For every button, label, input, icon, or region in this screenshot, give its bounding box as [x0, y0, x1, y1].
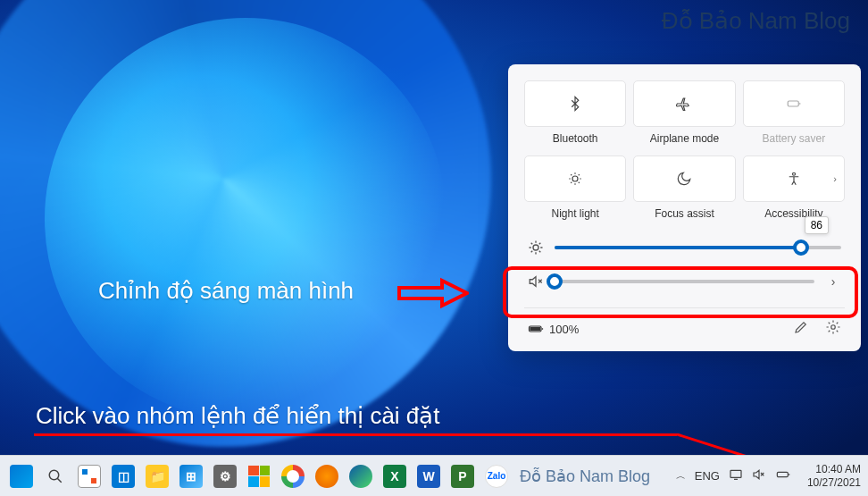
- taskbar-apps: ◫ 📁 ⊞ ⚙ X W P Zalo: [7, 462, 511, 491]
- annotation-underline: [34, 433, 677, 436]
- battery-percent: 100%: [549, 323, 579, 336]
- edit-button[interactable]: [793, 319, 809, 339]
- excel-button[interactable]: X: [380, 462, 409, 491]
- taskbar-clock[interactable]: 10:40 AM 10/27/2021: [807, 463, 861, 489]
- accessibility-label: Accessibility: [743, 207, 845, 220]
- word-icon: W: [417, 465, 440, 488]
- battery-status[interactable]: 100%: [528, 314, 579, 337]
- battery-saver-label: Battery saver: [743, 132, 845, 145]
- svg-point-4: [533, 245, 538, 250]
- explorer-button[interactable]: 📁: [143, 462, 171, 491]
- battery-saver-icon: [786, 96, 802, 112]
- clock-time: 10:40 AM: [807, 463, 861, 475]
- task-view-button[interactable]: [75, 462, 104, 491]
- svg-rect-9: [730, 470, 741, 477]
- night-light-label: Night light: [524, 207, 626, 220]
- language-indicator[interactable]: ENG: [695, 469, 720, 483]
- tray-battery-icon[interactable]: [775, 467, 791, 484]
- svg-point-8: [49, 470, 59, 480]
- edge-icon: [349, 465, 372, 488]
- store-icon: ⊞: [179, 465, 203, 488]
- firefox-icon: [315, 465, 338, 488]
- arrow-annotation: [397, 277, 469, 309]
- annotation-click-group: Click vào nhóm lệnh để hiển thị cài đặt: [36, 402, 440, 430]
- battery-icon: [528, 321, 544, 337]
- pencil-icon: [793, 319, 809, 335]
- widgets-icon: ◫: [112, 465, 135, 488]
- search-icon: [47, 468, 63, 484]
- focus-assist-icon: [676, 171, 692, 187]
- airplane-icon: [676, 96, 692, 112]
- brightness-icon: [528, 240, 544, 256]
- bluetooth-tile[interactable]: [524, 80, 626, 127]
- svg-point-2: [572, 176, 578, 181]
- airplane-label: Airplane mode: [633, 132, 735, 145]
- gear-app-icon: ⚙: [213, 465, 237, 488]
- svg-rect-6: [530, 328, 540, 331]
- accessibility-tile[interactable]: ›: [743, 156, 845, 202]
- zalo-button[interactable]: Zalo: [482, 462, 511, 491]
- folder-icon: 📁: [146, 465, 169, 488]
- chrome-button[interactable]: [279, 462, 307, 491]
- volume-mute-icon: [528, 273, 544, 290]
- focus-assist-tile[interactable]: [633, 156, 735, 202]
- svg-rect-10: [777, 472, 788, 476]
- gear-icon: [825, 319, 841, 335]
- office-button[interactable]: [245, 462, 273, 491]
- tray-display-icon[interactable]: [729, 467, 743, 484]
- bluetooth-icon: [567, 96, 583, 112]
- tray-volume-icon[interactable]: [752, 467, 766, 484]
- accessibility-icon: [786, 171, 802, 187]
- chevron-right-icon: ›: [833, 173, 837, 184]
- watermark-text: Đỗ Bảo Nam Blog: [662, 7, 850, 35]
- focus-assist-label: Focus assist: [633, 207, 735, 220]
- zalo-icon: Zalo: [485, 465, 508, 488]
- settings-app-button[interactable]: ⚙: [211, 462, 239, 491]
- brightness-slider[interactable]: [555, 246, 841, 249]
- volume-slider-row: ›: [524, 265, 845, 298]
- windows-icon: [10, 465, 33, 488]
- night-light-icon: [567, 171, 583, 187]
- svg-rect-1: [788, 101, 798, 106]
- night-light-tile[interactable]: [524, 156, 626, 202]
- annotation-brightness: Chỉnh độ sáng màn hình: [98, 277, 354, 305]
- volume-expand-icon[interactable]: ›: [825, 274, 841, 289]
- start-button[interactable]: [7, 462, 36, 491]
- volume-slider[interactable]: [555, 280, 814, 283]
- firefox-button[interactable]: [313, 462, 341, 491]
- brightness-slider-thumb[interactable]: [793, 240, 809, 256]
- brightness-slider-row: [524, 231, 845, 265]
- project-button[interactable]: P: [448, 462, 477, 491]
- store-button[interactable]: ⊞: [177, 462, 205, 491]
- svg-point-3: [792, 172, 795, 175]
- settings-button[interactable]: [825, 319, 841, 339]
- quick-settings-panel: Bluetooth Airplane mode Battery saver Ni…: [508, 64, 861, 351]
- chrome-icon: [281, 465, 305, 488]
- widgets-button[interactable]: ◫: [109, 462, 138, 491]
- svg-point-7: [831, 325, 836, 330]
- airplane-tile[interactable]: [633, 80, 735, 127]
- battery-saver-tile: [743, 80, 845, 127]
- volume-slider-thumb[interactable]: [547, 273, 563, 290]
- word-button[interactable]: W: [414, 462, 443, 491]
- excel-icon: X: [383, 465, 406, 488]
- search-button[interactable]: [41, 462, 70, 491]
- system-tray: ︿ ENG 10:40 AM 10/27/2021: [676, 463, 861, 489]
- edge-button[interactable]: [346, 462, 375, 491]
- tray-overflow-button[interactable]: ︿: [676, 469, 686, 483]
- taskbar: ◫ 📁 ⊞ ⚙ X W P Zalo Đỗ Bảo Nam Blog ︿ ENG…: [0, 455, 868, 496]
- taskbar-text: Đỗ Bảo Nam Blog: [520, 467, 650, 486]
- office-icon: [248, 466, 270, 487]
- quick-settings-footer: 100%: [524, 307, 845, 339]
- task-view-icon: [78, 465, 101, 488]
- bluetooth-label: Bluetooth: [524, 132, 626, 145]
- project-icon: P: [451, 465, 474, 488]
- clock-date: 10/27/2021: [807, 476, 861, 489]
- brightness-tooltip: 86: [805, 216, 829, 234]
